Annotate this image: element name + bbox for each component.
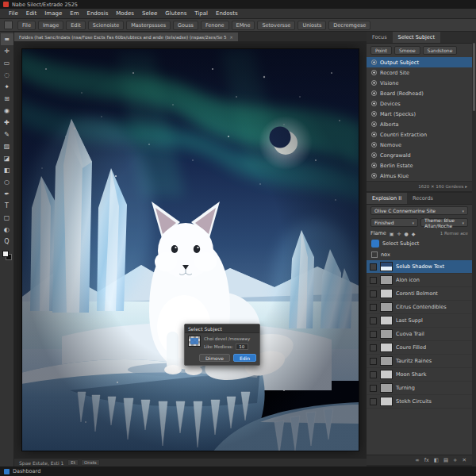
type-tool-icon[interactable]: T: [1, 200, 13, 212]
layer-visibility-icon[interactable]: [370, 263, 377, 271]
layer-visibility-icon[interactable]: [370, 344, 377, 351]
layer-row[interactable]: Turning: [367, 382, 472, 395]
panel-subtab[interactable]: Smooe: [394, 46, 420, 55]
hand-tool-icon[interactable]: ◐: [1, 224, 13, 236]
tool-option[interactable]: Fenone: [201, 21, 229, 30]
menu-item[interactable]: Endosts: [212, 10, 242, 17]
layer-visibility-icon[interactable]: [370, 398, 377, 405]
layer-visibility-icon[interactable]: [370, 304, 377, 311]
layers-footer-icon[interactable]: ▤: [443, 457, 448, 463]
shape-tool-icon[interactable]: ▢: [1, 212, 13, 224]
menu-item[interactable]: Endosis: [83, 10, 112, 17]
menu-item[interactable]: File: [5, 10, 22, 17]
panel-scrollbar[interactable]: [472, 32, 476, 466]
layers-footer-icon[interactable]: ◧: [434, 457, 439, 463]
selection-option-row[interactable]: Alberta: [367, 119, 472, 129]
lock-icon[interactable]: ✛: [397, 231, 402, 236]
selection-option-row[interactable]: Beard (Redhead): [367, 88, 472, 98]
healing-brush-tool-icon[interactable]: ✚: [1, 117, 13, 129]
menu-item[interactable]: Image: [40, 10, 66, 17]
selection-option-row[interactable]: Congrawald: [367, 150, 472, 160]
layer-visibility-icon[interactable]: [370, 277, 377, 284]
canvas-area[interactable]: Select Subject Choi devel /mossway Like …: [14, 41, 367, 458]
menu-item[interactable]: Selee: [138, 10, 161, 17]
lock-icon[interactable]: ◆: [411, 231, 416, 236]
tool-option[interactable]: Image: [38, 21, 63, 30]
zoom-tool-icon[interactable]: Q: [1, 236, 13, 248]
brush-tool-icon[interactable]: ✎: [1, 129, 13, 140]
move-tool-icon[interactable]: ✛: [1, 45, 13, 57]
layers-footer-icon[interactable]: ∞: [415, 457, 419, 463]
selection-option-row[interactable]: Nemove: [367, 140, 472, 150]
lock-icon[interactable]: ●: [404, 231, 409, 236]
blur-tool-icon[interactable]: ○: [1, 176, 13, 188]
tool-option[interactable]: Edit: [66, 21, 86, 30]
gradient-tool-icon[interactable]: ◧: [1, 164, 13, 176]
crop-tool-icon[interactable]: ⊞: [1, 93, 13, 105]
pen-tool-icon[interactable]: ✒: [1, 188, 13, 200]
tool-option[interactable]: EMne: [232, 21, 255, 30]
selection-option-row[interactable]: Countri Extraction: [367, 129, 472, 140]
panel-tab[interactable]: Select Subject: [393, 32, 440, 43]
selection-option-row[interactable]: Berlin Estate: [367, 160, 472, 171]
layer-visibility-icon[interactable]: [370, 385, 377, 392]
panel-subtab[interactable]: Sandstone: [423, 46, 458, 55]
layer-row[interactable]: Stekh Circuits: [367, 395, 472, 409]
eyedropper-tool-icon[interactable]: ◉: [1, 105, 13, 117]
layer-row[interactable]: Tauritz Raines: [367, 355, 472, 368]
selection-option-row[interactable]: Mart (Specks): [367, 109, 472, 119]
menu-item[interactable]: Em: [66, 10, 83, 17]
toolbar-menu-icon[interactable]: ≡: [1, 33, 13, 45]
selection-option-row[interactable]: Visione: [367, 78, 472, 88]
selection-option-row[interactable]: Record Site: [367, 67, 472, 78]
tool-option[interactable]: Uniosts: [298, 21, 326, 30]
panel-tab[interactable]: Explosion II: [367, 193, 407, 204]
layer-visibility-icon[interactable]: [370, 358, 377, 365]
layers-footer-icon[interactable]: +: [453, 457, 457, 463]
panel-tab[interactable]: Records: [407, 193, 439, 204]
lasso-tool-icon[interactable]: ◌: [1, 69, 13, 81]
artwork-arctic-fox[interactable]: [22, 49, 359, 451]
layer-row[interactable]: Alon icon: [367, 274, 472, 287]
layer-row[interactable]: Coronti Belmont: [367, 287, 472, 301]
dialog-field-value[interactable]: 10: [236, 344, 248, 350]
tool-option[interactable]: Gouss: [173, 21, 198, 30]
tool-option[interactable]: Setoversse: [257, 21, 295, 30]
dialog-title[interactable]: Select Subject: [185, 324, 259, 333]
layers-footer-icon[interactable]: fx: [424, 457, 429, 463]
magic-wand-tool-icon[interactable]: ✦: [1, 81, 13, 93]
eraser-tool-icon[interactable]: ◪: [1, 152, 13, 164]
lock-icon[interactable]: ▣: [389, 231, 395, 236]
layer-visibility-icon[interactable]: [370, 331, 377, 338]
panel-subtab[interactable]: Point: [370, 46, 392, 55]
panel-tab[interactable]: Focus: [367, 32, 393, 43]
dialog-cancel-button[interactable]: Dimove: [199, 354, 230, 362]
menu-item[interactable]: Modes: [112, 10, 138, 17]
lock-left-select[interactable]: Finished ▾: [370, 218, 418, 227]
menu-item[interactable]: Edit: [22, 10, 41, 17]
pinned-layer-row[interactable]: nox: [367, 249, 472, 260]
lock-right-select[interactable]: Theme: Blue Allan/Roche ▾: [420, 218, 468, 227]
tool-option[interactable]: File: [17, 21, 36, 30]
pinned-layer-row[interactable]: Select Subject: [367, 238, 472, 249]
layer-visibility-icon[interactable]: [370, 317, 377, 324]
blend-mode-select[interactable]: Olive C Connemarine Site ▾: [370, 206, 468, 215]
color-swatches[interactable]: [2, 251, 12, 260]
selection-option-row[interactable]: Output Subject: [367, 57, 472, 67]
layer-row[interactable]: Cuova Trail: [367, 328, 472, 341]
clone-stamp-tool-icon[interactable]: ▨: [1, 140, 13, 152]
layer-row[interactable]: Coure Filled: [367, 341, 472, 355]
layer-row[interactable]: Citrus Contendibles: [367, 301, 472, 314]
scrollbar-thumb[interactable]: [473, 43, 475, 111]
status-chip[interactable]: Et: [67, 459, 79, 466]
layer-visibility-icon[interactable]: [370, 371, 377, 378]
tool-option[interactable]: Masterpssses: [126, 21, 171, 30]
marquee-tool-icon[interactable]: ▭: [1, 57, 13, 69]
menu-item[interactable]: Tipal: [190, 10, 212, 17]
status-chip[interactable]: Onsts: [81, 459, 100, 466]
tool-option[interactable]: Decremgese: [328, 21, 370, 30]
layer-row[interactable]: Moon Shark: [367, 368, 472, 382]
dialog-ok-button[interactable]: Edin: [233, 354, 256, 362]
document-tab[interactable]: Foldes (hat Sanc/Indats (nsa/Fose Escts …: [14, 33, 238, 41]
layer-row[interactable]: Last Suppl: [367, 314, 472, 328]
